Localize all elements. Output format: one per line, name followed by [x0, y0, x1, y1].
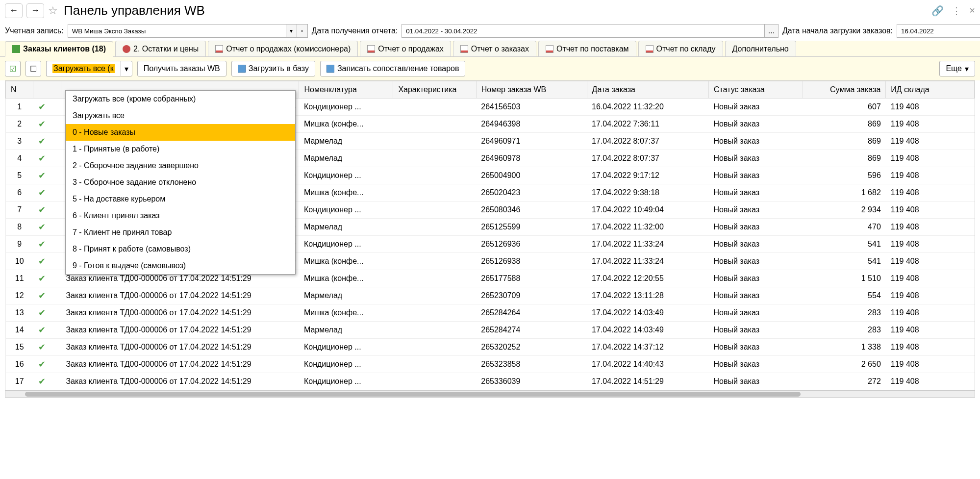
tab-5[interactable]: Отчет по поставкам: [538, 41, 636, 56]
col-check[interactable]: [33, 81, 61, 99]
favorite-icon[interactable]: ☆: [48, 4, 58, 17]
load-mode-button[interactable]: Загружать все (к: [46, 61, 121, 76]
horizontal-scrollbar[interactable]: [5, 390, 975, 397]
back-button[interactable]: ←: [5, 3, 23, 18]
col-date[interactable]: Дата заказа: [587, 81, 708, 99]
col-n[interactable]: N: [6, 81, 33, 99]
tab-label: Заказы клиентов (18): [23, 45, 106, 53]
cell-date: 17.04.2022 11:33:24: [587, 236, 708, 253]
cell-char: [393, 236, 476, 253]
tab-2[interactable]: Отчет о продажах (комиссионера): [208, 41, 358, 56]
tab-4[interactable]: Отчет о заказах: [453, 41, 536, 56]
col-sklad[interactable]: ИД склада: [886, 81, 975, 99]
cell-status: Новый заказ: [708, 202, 803, 219]
dropdown-item-3[interactable]: 1 - Принятые (в работе): [66, 141, 295, 157]
table-row[interactable]: 13✔Заказ клиента ТД00-000006 от 17.04.20…: [6, 304, 975, 322]
close-icon[interactable]: ×: [969, 5, 975, 16]
cell-wb: 265336039: [476, 373, 587, 390]
dropdown-item-4[interactable]: 2 - Сборочное задание завершено: [66, 157, 295, 174]
cell-nom: Мармелад: [299, 150, 393, 167]
cell-sum: 869: [803, 150, 885, 167]
cell-order: Заказ клиента ТД00-000006 от 17.04.2022 …: [61, 304, 299, 322]
cell-sklad: 119 408: [886, 270, 975, 287]
tab-0[interactable]: Заказы клиентов (18): [5, 41, 113, 57]
col-nomenclature[interactable]: Номенклатура: [299, 81, 393, 99]
cell-date: 17.04.2022 13:11:28: [587, 287, 708, 304]
forward-button[interactable]: →: [26, 3, 44, 18]
cell-nom: Кондиционер ...: [299, 236, 393, 253]
table-row[interactable]: 16✔Заказ клиента ТД00-000006 от 17.04.20…: [6, 356, 975, 373]
dropdown-item-2[interactable]: 0 - Новые заказы: [66, 124, 295, 141]
save-icon: [327, 65, 334, 73]
col-wb-order[interactable]: Номер заказа WB: [476, 81, 587, 99]
table-row[interactable]: 12✔Заказ клиента ТД00-000006 от 17.04.20…: [6, 287, 975, 304]
tab-6[interactable]: Отчет по складу: [638, 41, 723, 56]
cell-n: 2: [6, 116, 33, 133]
cell-order: Заказ клиента ТД00-000006 от 17.04.2022 …: [61, 356, 299, 373]
cell-wb: 264960971: [476, 133, 587, 150]
cell-nom: Кондиционер ...: [299, 202, 393, 219]
report-date-input[interactable]: [402, 24, 765, 38]
cell-n: 9: [6, 236, 33, 253]
check-icon: ✔: [38, 102, 46, 112]
cell-status: Новый заказ: [708, 356, 803, 373]
uncheck-all-button[interactable]: ☐: [25, 61, 41, 76]
table-row[interactable]: 15✔Заказ клиента ТД00-000006 от 17.04.20…: [6, 339, 975, 356]
report-icon: [546, 45, 553, 53]
cell-n: 7: [6, 202, 33, 219]
tab-label: Отчет о заказах: [471, 45, 529, 53]
cell-n: 8: [6, 219, 33, 236]
dropdown-item-5[interactable]: 3 - Сборочное задание отклонено: [66, 174, 295, 191]
dropdown-item-7[interactable]: 6 - Клиент принял заказ: [66, 207, 295, 224]
cell-char: [393, 99, 476, 116]
cell-wb: 265126938: [476, 253, 587, 270]
cell-char: [393, 219, 476, 236]
account-open-button[interactable]: ▫: [297, 24, 308, 38]
get-orders-button[interactable]: Получить заказы WB: [137, 61, 226, 76]
tab-7[interactable]: Дополнительно: [725, 41, 796, 56]
dropdown-item-8[interactable]: 7 - Клиент не принял товар: [66, 224, 295, 241]
cell-nom: Кондиционер ...: [299, 99, 393, 116]
link-icon[interactable]: 🔗: [931, 5, 944, 17]
load-mode-dropdown-button[interactable]: ▾: [121, 61, 132, 76]
cell-status: Новый заказ: [708, 373, 803, 390]
tab-3[interactable]: Отчет о продажах: [360, 41, 451, 56]
report-date-picker-button[interactable]: ...: [765, 24, 779, 38]
more-button[interactable]: Еще ▾: [939, 61, 975, 76]
cell-n: 4: [6, 150, 33, 167]
cell-char: [393, 133, 476, 150]
cell-char: [393, 287, 476, 304]
cell-sklad: 119 408: [886, 287, 975, 304]
account-input[interactable]: [68, 24, 286, 38]
cell-sklad: 119 408: [886, 219, 975, 236]
check-all-button[interactable]: ☑: [5, 61, 21, 76]
check-icon: ✔: [38, 188, 46, 198]
cell-wb: 264156503: [476, 99, 587, 116]
load-to-db-button[interactable]: Загрузить в базу: [231, 61, 315, 76]
table-row[interactable]: 14✔Заказ клиента ТД00-000006 от 17.04.20…: [6, 322, 975, 339]
col-status[interactable]: Статус заказа: [708, 81, 803, 99]
cell-n: 5: [6, 167, 33, 184]
dropdown-item-0[interactable]: Загружать все (кроме собранных): [66, 91, 295, 107]
more-icon[interactable]: ⋮: [952, 5, 961, 17]
cell-check: ✔: [33, 116, 61, 133]
dropdown-item-1[interactable]: Загружать все: [66, 107, 295, 124]
dropdown-item-10[interactable]: 9 - Готов к выдаче (самовывоз): [66, 257, 295, 274]
tab-1[interactable]: 2. Остатки и цены: [115, 41, 206, 56]
check-icon: ✔: [38, 205, 46, 215]
col-sum[interactable]: Сумма заказа: [803, 81, 885, 99]
save-match-button[interactable]: Записать сопоставление товаров: [320, 61, 466, 76]
cell-sum: 2 934: [803, 202, 885, 219]
cell-nom: Мармелад: [299, 133, 393, 150]
cell-date: 17.04.2022 14:51:29: [587, 373, 708, 390]
table-row[interactable]: 17✔Заказ клиента ТД00-000006 от 17.04.20…: [6, 373, 975, 390]
cell-date: 17.04.2022 14:03:49: [587, 322, 708, 339]
dropdown-item-9[interactable]: 8 - Принят к работе (самовывоз): [66, 241, 295, 257]
cell-sum: 541: [803, 253, 885, 270]
account-dropdown-button[interactable]: ▾: [286, 24, 297, 38]
dropdown-item-6[interactable]: 5 - На доставке курьером: [66, 191, 295, 207]
load-start-input[interactable]: [897, 24, 980, 38]
col-characteristic[interactable]: Характеристика: [393, 81, 476, 99]
cell-nom: Кондиционер ...: [299, 339, 393, 356]
cell-status: Новый заказ: [708, 253, 803, 270]
